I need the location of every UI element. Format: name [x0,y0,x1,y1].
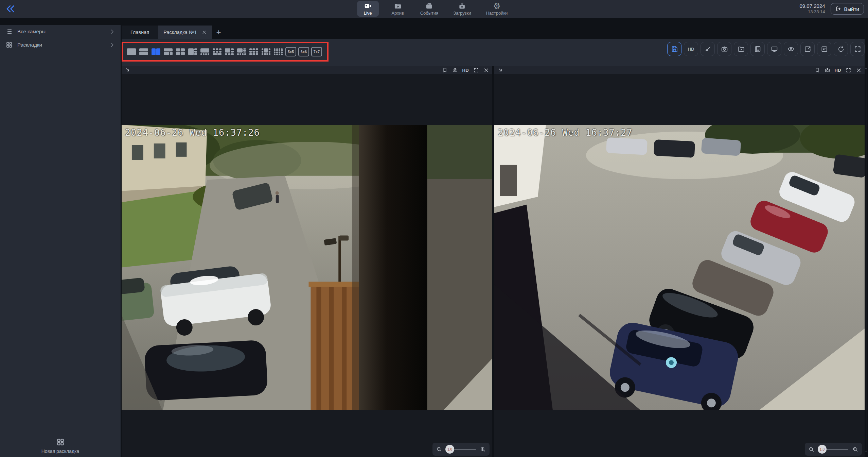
logout-label: Выйти [844,6,859,12]
video-camera-icon [364,2,372,10]
tab-home[interactable]: Главная [122,26,158,39]
fullscreen-button[interactable] [850,42,865,56]
monitor-icon [770,45,778,53]
download-box-icon [458,2,466,10]
close-icon[interactable] [483,67,489,73]
bookmark-icon[interactable] [814,67,820,73]
sidebar-item-label: Раскладки [17,42,42,48]
se-arrow-icon[interactable] [497,67,503,73]
new-layout-label: Новая раскладка [40,448,81,454]
layout-2-side[interactable] [151,47,161,56]
chevrons-left-icon[interactable] [5,4,16,14]
grid-icon [56,438,65,446]
layout-selector-highlight: 5x56x67x7 [122,42,329,62]
layout-1-plus-5[interactable] [224,47,234,56]
layout-6[interactable] [212,47,222,56]
layout-1-plus-4[interactable] [200,47,210,56]
zoom-slider[interactable]: 1.0 [818,445,849,454]
layout-36[interactable]: 6x6 [298,47,309,56]
chevron-right-icon [109,29,115,35]
layout-toolbar-row: 5x56x67x7 HD [122,39,868,66]
add-tab-button[interactable]: + [212,26,226,39]
nav-archive[interactable]: Архив [387,1,409,17]
camera-tile-2[interactable]: HD [494,66,865,457]
camera-icon [721,45,728,53]
layout-1-plus-2[interactable] [163,47,173,56]
expand-icon[interactable] [473,67,479,73]
expand-icon[interactable] [846,67,851,73]
tab-layout-1-label: Раскладка №1 [163,30,197,35]
gear-icon: ⚙ [493,2,501,10]
nav-settings-label: Настройки [486,11,508,16]
zoom-slider-knob[interactable]: 1.0 [818,445,827,454]
journal-button[interactable] [750,42,765,56]
close-icon[interactable] [856,67,862,73]
zoom-out-icon[interactable] [436,446,442,453]
layout-4-icon [176,48,185,55]
nav-events[interactable]: События [417,1,442,17]
logout-button[interactable]: Выйти [831,3,864,15]
nav-settings[interactable]: ⚙ Настройки [483,1,511,17]
tab-layout-1[interactable]: Раскладка №1 [158,26,212,39]
clear-layout-button[interactable] [701,42,715,56]
share-button[interactable] [800,42,815,56]
top-bar: Live Архив События Загрузки ⚙ [0,0,868,18]
layout-9-icon [249,48,258,55]
layout-1[interactable] [126,47,137,56]
hd-toggle[interactable]: HD [835,68,841,73]
datetime-display: 09.07.2024 13:33:14 [800,3,825,15]
view-mode-button[interactable] [784,42,798,56]
layout-1-plus-3[interactable] [188,47,198,56]
open-archive-button[interactable] [734,42,748,56]
camera-1-timestamp: 2024-06-26 Wed 16:37:26 [125,127,260,138]
hd-quality-button-label: HD [688,47,694,52]
brush-icon [704,45,712,53]
layout-4[interactable] [175,47,185,56]
camera-1-header: HD [122,66,492,74]
camera-2-zoom-controls: 1.0 [805,443,862,456]
snapshot-button[interactable] [717,42,731,56]
layout-1-icon [127,48,136,55]
nav-live[interactable]: Live [357,1,379,17]
layout-25[interactable]: 5x5 [285,47,296,56]
camera-icon[interactable] [825,67,830,73]
display-button[interactable] [767,42,781,56]
camera-1-zoom-controls: 1.0 [432,443,490,456]
scrollbar-thumb[interactable] [865,68,867,452]
zoom-slider-knob[interactable]: 1.0 [445,445,454,454]
layout-16[interactable] [273,47,283,56]
zoom-in-icon[interactable] [852,446,858,453]
zoom-in-icon[interactable] [480,446,486,453]
sidebar-item-all-cameras[interactable]: Все камеры [0,25,121,38]
hd-toggle[interactable]: HD [462,68,469,73]
camera-1-video[interactable]: 2024-06-26 Wed 16:37:26 [122,125,492,410]
tab-close-icon[interactable] [202,30,207,35]
se-arrow-icon[interactable] [125,67,131,73]
save-view-button[interactable] [667,42,681,56]
scale-button[interactable] [817,42,831,56]
layout-2-stacked[interactable] [139,47,149,56]
sidebar-item-layouts[interactable]: Раскладки [0,38,121,51]
bookmark-icon[interactable] [442,67,448,73]
layout-49[interactable]: 7x7 [311,47,322,56]
zoom-slider[interactable]: 1.0 [445,445,477,454]
view-toolbar: HD [667,42,865,56]
layout-9[interactable] [249,47,259,56]
layout-1-plus-7[interactable] [236,47,247,56]
zoom-out-icon[interactable] [808,446,815,453]
hd-quality-button[interactable]: HD [684,42,698,56]
camera-2-video[interactable]: 2024-06-26 Wed 16:37:27 [494,125,865,410]
camera-2-header-actions: HD [814,67,862,73]
layout-1-plus-8[interactable] [261,47,271,56]
refresh-button[interactable] [834,42,848,56]
nav-live-label: Live [364,11,372,16]
camera-tile-1[interactable]: HD [122,66,492,457]
resize-icon [820,45,828,53]
nav-downloads-label: Загрузки [453,11,471,16]
vertical-scrollbar[interactable] [865,18,868,457]
nav-downloads[interactable]: Загрузки [450,1,474,17]
camera-icon[interactable] [452,67,458,73]
tab-home-label: Главная [130,30,149,35]
new-layout-button[interactable]: Новая раскладка [0,438,121,454]
layout-2-stacked-icon [139,48,148,55]
